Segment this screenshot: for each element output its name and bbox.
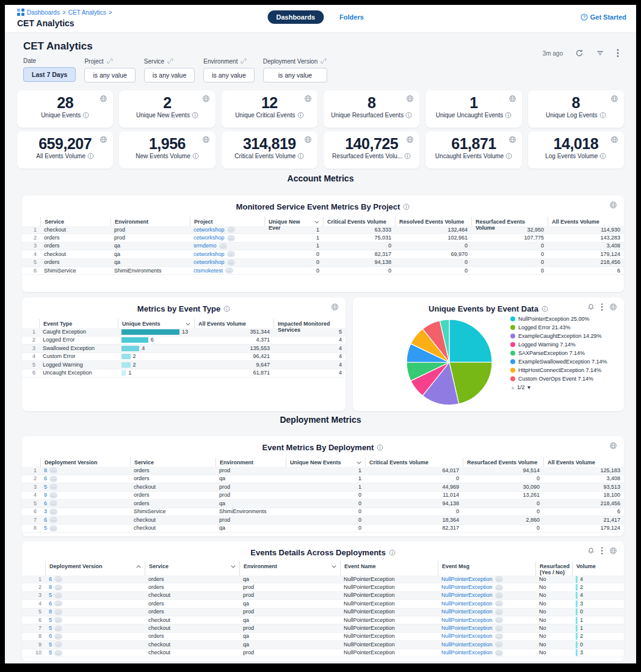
column-header-deployment-version[interactable]: Deployment Version xyxy=(40,458,130,467)
ellipsis-pill[interactable]: ... xyxy=(227,235,235,241)
info-icon[interactable] xyxy=(377,444,383,451)
legend-item[interactable]: Logged Error 21.43% xyxy=(510,324,618,331)
legend-item[interactable]: HttpHostConnectException 7.14% xyxy=(510,367,618,374)
column-header-environment[interactable]: Environment xyxy=(239,561,340,575)
cell-link[interactable]: 6 xyxy=(49,600,52,607)
globe-icon[interactable] xyxy=(509,95,516,103)
ellipsis-pill[interactable]: ... xyxy=(54,626,62,632)
info-icon[interactable] xyxy=(505,112,512,119)
cell-link[interactable]: 3 xyxy=(44,508,47,516)
column-header-critical-events-volume[interactable]: Critical Events Volume xyxy=(365,458,463,467)
info-icon[interactable] xyxy=(192,112,198,119)
tab-folders[interactable]: Folders xyxy=(339,13,364,21)
column-header-resolved-events-volume[interactable]: Resolved Events Volume xyxy=(395,217,471,226)
ellipsis-pill[interactable]: ... xyxy=(49,525,57,531)
info-icon[interactable] xyxy=(541,305,548,312)
cell-link[interactable]: 8 xyxy=(49,608,52,616)
cell-link[interactable]: NullPointerException xyxy=(441,583,493,591)
kebab-icon[interactable] xyxy=(617,49,619,57)
ellipsis-pill[interactable]: ... xyxy=(227,260,235,266)
ellipsis-pill[interactable]: ... xyxy=(495,576,503,582)
globe-icon[interactable] xyxy=(609,303,617,311)
sort-asc-icon[interactable] xyxy=(136,565,141,568)
ellipsis-pill[interactable]: ... xyxy=(54,609,62,615)
column-header-environment[interactable]: Environment xyxy=(215,458,286,467)
cell-link[interactable]: 8 xyxy=(44,467,47,475)
ellipsis-pill[interactable]: ... xyxy=(54,634,62,640)
column-header-event-name[interactable]: Event Name xyxy=(340,561,438,575)
ellipsis-pill[interactable]: ... xyxy=(495,617,503,623)
cell-link[interactable]: NullPointerException xyxy=(441,608,493,616)
cell-link[interactable]: NullPointerException xyxy=(441,592,493,599)
info-icon[interactable] xyxy=(192,153,199,159)
cell-link[interactable]: 5 xyxy=(44,525,47,533)
column-header-resurfaced-events-volume[interactable]: Resurfaced Events Volume xyxy=(471,217,548,226)
legend-page-up-icon[interactable]: ▲ xyxy=(510,385,515,390)
cell-link[interactable]: NullPointerException xyxy=(441,641,493,648)
ellipsis-pill[interactable]: ... xyxy=(495,609,503,615)
filter-icon[interactable] xyxy=(596,49,604,57)
ellipsis-pill[interactable]: ... xyxy=(54,617,62,623)
ellipsis-pill[interactable]: ... xyxy=(227,251,235,257)
cell-link[interactable]: 5 xyxy=(49,592,52,599)
cell-link[interactable]: cetworkshop xyxy=(194,259,225,266)
globe-icon[interactable] xyxy=(202,95,210,103)
ellipsis-pill[interactable]: ... xyxy=(495,634,503,640)
info-icon[interactable] xyxy=(297,153,304,159)
refresh-icon[interactable] xyxy=(575,49,584,57)
sort-desc-icon[interactable] xyxy=(314,221,319,224)
column-header-unique-events[interactable]: Unique Events xyxy=(118,319,194,328)
info-icon[interactable] xyxy=(405,112,412,119)
ellipsis-pill[interactable]: ... xyxy=(54,650,62,656)
globe-icon[interactable] xyxy=(100,136,107,144)
ellipsis-pill[interactable]: ... xyxy=(225,268,233,274)
info-icon[interactable] xyxy=(403,203,410,210)
filter-value-chip[interactable]: is any value xyxy=(203,68,254,82)
sort-desc-icon[interactable] xyxy=(231,565,236,568)
cell-link[interactable]: 6 xyxy=(44,500,47,508)
column-header-unique-new-ever[interactable]: Unique New Ever xyxy=(264,217,323,226)
cell-link[interactable]: 9 xyxy=(44,492,47,500)
column-header-event-msg[interactable]: Event Msg xyxy=(438,561,535,575)
column-header-volume[interactable]: Volume xyxy=(572,561,624,575)
column-header-all-events-volume[interactable]: All Events Volume xyxy=(548,217,624,226)
cell-link[interactable]: NullPointerException xyxy=(441,600,493,607)
ellipsis-pill[interactable]: ... xyxy=(49,467,57,473)
info-icon[interactable] xyxy=(82,112,89,119)
column-header-event-type[interactable]: Event Type xyxy=(39,319,118,328)
column-header-service[interactable]: Service xyxy=(130,458,215,467)
globe-icon[interactable] xyxy=(406,95,414,103)
column-header-service[interactable]: Service xyxy=(40,217,110,226)
cell-link[interactable]: NullPointerException xyxy=(441,616,493,624)
cell-link[interactable]: 5 xyxy=(44,483,47,491)
globe-icon[interactable] xyxy=(609,201,617,209)
cell-link[interactable]: cetworkshop xyxy=(194,234,225,241)
filter-value-chip[interactable]: is any value xyxy=(84,68,135,82)
cell-link[interactable]: 6 xyxy=(49,575,52,583)
ellipsis-pill[interactable]: ... xyxy=(495,585,503,591)
column-header-all-events-volume[interactable]: All Events Volume xyxy=(543,458,624,467)
globe-icon[interactable] xyxy=(406,136,414,144)
tab-dashboards[interactable]: Dashboards xyxy=(267,10,324,24)
cell-link[interactable]: srmdemo xyxy=(194,243,217,250)
ellipsis-pill[interactable]: ... xyxy=(495,593,503,599)
sort-desc-icon[interactable] xyxy=(357,461,361,464)
ellipsis-pill[interactable]: ... xyxy=(54,576,62,582)
cell-link[interactable]: 5 xyxy=(49,641,52,648)
ellipsis-pill[interactable]: ... xyxy=(54,585,62,591)
cell-link[interactable]: 6 xyxy=(49,633,52,640)
sort-desc-icon[interactable] xyxy=(331,565,336,568)
ellipsis-pill[interactable]: ... xyxy=(495,626,503,632)
legend-item[interactable]: ExampleSwallowedException 7.14% xyxy=(510,359,618,365)
legend-item[interactable]: Logged Warning 7.14% xyxy=(510,341,618,348)
breadcrumb-item-cet-analytics[interactable]: CET Analytics xyxy=(68,9,106,16)
globe-icon[interactable] xyxy=(509,136,516,144)
ellipsis-pill[interactable]: ... xyxy=(495,650,503,656)
ellipsis-pill[interactable]: ... xyxy=(49,517,57,523)
globe-icon[interactable] xyxy=(610,136,618,144)
ellipsis-pill[interactable]: ... xyxy=(54,601,62,607)
cell-link[interactable]: 5 xyxy=(49,624,52,632)
kebab-icon[interactable] xyxy=(601,547,603,555)
cell-link[interactable]: 6 xyxy=(44,475,47,483)
ellipsis-pill[interactable]: ... xyxy=(227,227,235,233)
